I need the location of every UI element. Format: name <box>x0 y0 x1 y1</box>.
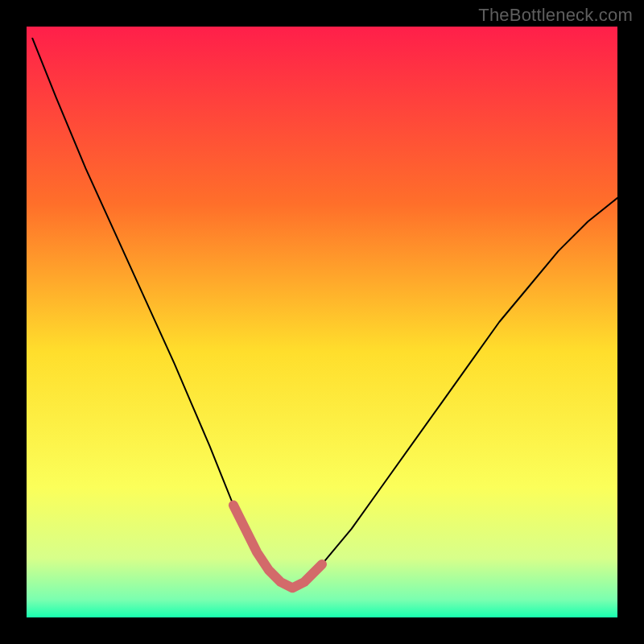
bottleneck-chart <box>0 0 644 644</box>
plot-background <box>27 27 617 617</box>
watermark-text: TheBottleneck.com <box>478 5 633 26</box>
chart-frame: TheBottleneck.com <box>0 0 644 644</box>
